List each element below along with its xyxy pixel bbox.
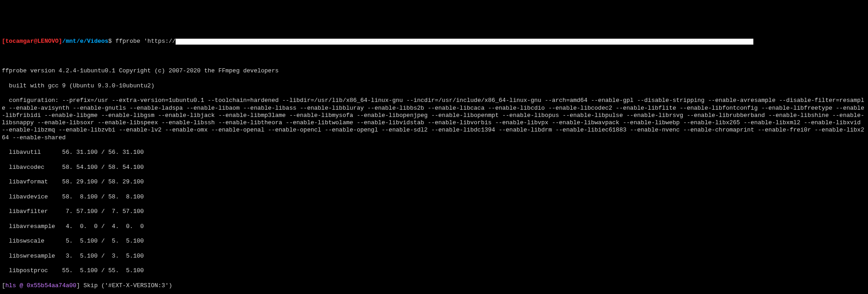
hls-skip: [hls @ 0x55b54aa74a00] Skip ('#EXT-X-VER… bbox=[2, 282, 866, 289]
terminal-output: [tocamgar@LENOVO]/mnt/e/Videos$ ffprobe … bbox=[0, 30, 868, 294]
lib-row: libswresample 3. 5.100 / 3. 5.100 bbox=[2, 253, 866, 260]
prompt-line[interactable]: [tocamgar@LENOVO]/mnt/e/Videos$ ffprobe … bbox=[2, 38, 866, 45]
prompt-path: /mnt/e/Videos bbox=[62, 38, 108, 45]
lib-row: libavresample 4. 0. 0 / 4. 0. 0 bbox=[2, 223, 866, 230]
command-input[interactable]: ffprobe 'https:// bbox=[116, 38, 176, 45]
lib-row: libpostproc 55. 5.100 / 55. 5.100 bbox=[2, 267, 866, 274]
prompt-at: @ bbox=[34, 38, 37, 45]
redacted-url bbox=[176, 39, 753, 45]
lib-row: libavcodec 58. 54.100 / 58. 54.100 bbox=[2, 164, 866, 171]
lib-row: libavformat 58. 29.100 / 58. 29.100 bbox=[2, 178, 866, 186]
lib-row: libavutil 56. 31.100 / 56. 31.100 bbox=[2, 149, 866, 156]
blank-line bbox=[2, 53, 866, 60]
lib-row: libswscale 5. 5.100 / 5. 5.100 bbox=[2, 238, 866, 245]
prompt-close-bracket: ] bbox=[59, 38, 62, 45]
prompt-open-bracket: [ bbox=[2, 38, 5, 45]
prompt-sigil: $ bbox=[108, 38, 112, 45]
ffprobe-built: built with gcc 9 (Ubuntu 9.3.0-10ubuntu2… bbox=[2, 82, 866, 90]
lib-row: libavfilter 7. 57.100 / 7. 57.100 bbox=[2, 208, 866, 215]
ffprobe-version: ffprobe version 4.2.4-1ubuntu0.1 Copyrig… bbox=[2, 67, 866, 75]
lib-row: libavdevice 58. 8.100 / 58. 8.100 bbox=[2, 193, 866, 201]
prompt-host: LENOVO bbox=[37, 38, 59, 45]
ffprobe-config: configuration: --prefix=/usr --extra-ver… bbox=[2, 97, 866, 142]
prompt-user: tocamgar bbox=[5, 38, 34, 45]
